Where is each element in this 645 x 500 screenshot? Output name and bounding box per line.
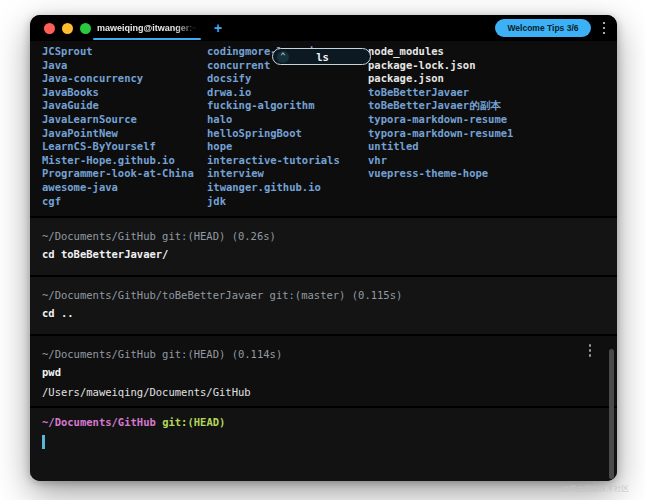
- ls-output-block[interactable]: JCSproutJavaJava-concurrencyJavaBooksJav…: [30, 41, 617, 216]
- terminal-content: JCSproutJavaJava-concurrencyJavaBooksJav…: [30, 41, 617, 481]
- listing-entry: fucking-algorithm: [207, 99, 368, 113]
- listing-entry: interactive-tutorials: [207, 154, 368, 168]
- listing-entry: hope: [207, 140, 368, 154]
- active-tab-indicator: [93, 38, 201, 40]
- tab-title: maweiqing@itwanger:~/Docum: [97, 23, 197, 33]
- listing-entry: JavaGuide: [42, 99, 207, 113]
- new-tab-button[interactable]: +: [209, 21, 227, 35]
- text-cursor: [42, 435, 45, 449]
- scrollbar-thumb[interactable]: [609, 349, 614, 479]
- titlebar-right: Welcome Tips 3/6: [495, 15, 607, 41]
- prompt-line: ~/Documents/GitHub git:(HEAD) (0.26s): [42, 230, 605, 244]
- command-line: pwd: [42, 366, 605, 380]
- terminal-window: maweiqing@itwanger:~/Docum + Welcome Tip…: [30, 15, 617, 481]
- sticky-command-label: ls: [289, 51, 356, 63]
- listing-entry: docsify: [207, 72, 368, 86]
- directory-listing: JCSproutJavaJava-concurrencyJavaBooksJav…: [42, 45, 605, 208]
- traffic-lights: [44, 23, 91, 34]
- prompt-path: ~/Documents/GitHub: [42, 416, 156, 428]
- minimize-window-button[interactable]: [62, 23, 73, 34]
- prompt-line: ~/Documents/GitHub/toBeBetterJavaer git:…: [42, 289, 605, 303]
- prompt-line: ~/Documents/GitHub git:(HEAD) (0.114s): [42, 348, 605, 362]
- listing-entry: vhr: [368, 154, 605, 168]
- listing-entry: typora-markdown-resume1: [368, 127, 605, 141]
- listing-entry: Java: [42, 59, 207, 73]
- listing-entry: jdk: [207, 195, 368, 209]
- listing-entry: awesome-java: [42, 181, 207, 195]
- listing-entry: Mister-Hope.github.io: [42, 154, 207, 168]
- window-menu-icon[interactable]: [601, 20, 608, 37]
- prompt-git-branch: git:(HEAD): [162, 416, 225, 428]
- listing-entry: JavaPointNew: [42, 127, 207, 141]
- chevron-up-icon: ⌃: [277, 51, 289, 63]
- command-block-3[interactable]: ~/Documents/GitHub git:(HEAD) (0.114s) p…: [30, 336, 617, 406]
- listing-entry: itwanger.github.io: [207, 181, 368, 195]
- terminal-tab[interactable]: maweiqing@itwanger:~/Docum: [97, 15, 205, 41]
- command-line: cd ..: [42, 307, 605, 321]
- close-window-button[interactable]: [44, 23, 55, 34]
- listing-entry: interview: [207, 167, 368, 181]
- listing-entry: toBeBetterJavaer: [368, 86, 605, 100]
- listing-entry: node_modules: [368, 45, 605, 59]
- listing-entry: JCSprout: [42, 45, 207, 59]
- command-block-2[interactable]: ~/Documents/GitHub/toBeBetterJavaer git:…: [30, 277, 617, 334]
- listing-entry: halo: [207, 113, 368, 127]
- watermark: @稀土掘金技术社区: [561, 484, 629, 494]
- command-block-1[interactable]: ~/Documents/GitHub git:(HEAD) (0.26s) cd…: [30, 218, 617, 275]
- listing-entry: package-lock.json: [368, 59, 605, 73]
- command-sticky-pill[interactable]: ⌃ ls: [272, 48, 371, 65]
- listing-entry: untitled: [368, 140, 605, 154]
- current-prompt: ~/Documents/GitHub git:(HEAD): [42, 416, 605, 430]
- command-output: /Users/maweiqing/Documents/GitHub: [42, 386, 605, 400]
- current-input-block[interactable]: ~/Documents/GitHub git:(HEAD): [30, 408, 617, 481]
- listing-entry: Programmer-look-at-China: [42, 167, 207, 181]
- listing-entry: JavaLearnSource: [42, 113, 207, 127]
- command-line: cd toBeBetterJavaer/: [42, 248, 605, 262]
- welcome-tips-badge[interactable]: Welcome Tips 3/6: [495, 19, 590, 37]
- listing-entry: Java-concurrency: [42, 72, 207, 86]
- zoom-window-button[interactable]: [80, 23, 91, 34]
- block-menu-icon[interactable]: [589, 344, 592, 359]
- listing-entry: JavaBooks: [42, 86, 207, 100]
- listing-entry: toBeBetterJavaer的副本: [368, 99, 605, 113]
- titlebar: maweiqing@itwanger:~/Docum + Welcome Tip…: [30, 15, 617, 41]
- listing-entry: cgf: [42, 195, 207, 209]
- listing-entry: helloSpringBoot: [207, 127, 368, 141]
- listing-entry: LearnCS-ByYourself: [42, 140, 207, 154]
- listing-entry: package.json: [368, 72, 605, 86]
- listing-entry: drwa.io: [207, 86, 368, 100]
- listing-entry: vuepress-theme-hope: [368, 167, 605, 181]
- listing-entry: typora-markdown-resume: [368, 113, 605, 127]
